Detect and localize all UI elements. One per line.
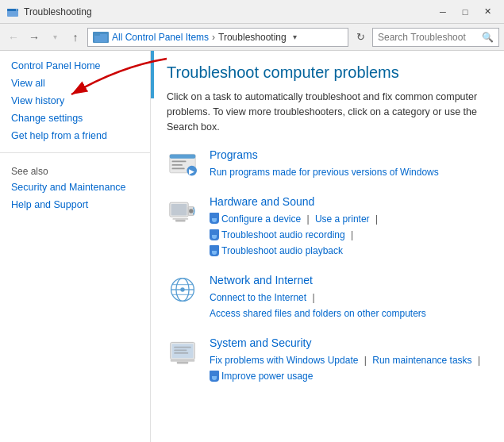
dropdown-button[interactable]: ▾ xyxy=(46,29,63,46)
hardware-title[interactable]: Hardware and Sound xyxy=(210,195,381,208)
programs-icon: ▶ xyxy=(167,148,198,180)
close-button[interactable]: ✕ xyxy=(477,4,498,20)
forward-button[interactable]: → xyxy=(25,29,43,46)
network-link-internet[interactable]: Connect to the Internet xyxy=(210,292,306,303)
hardware-info: Hardware and Sound Configure a device | … xyxy=(210,195,381,259)
sidebar-item-get-help[interactable]: Get help from a friend xyxy=(0,127,150,144)
window-icon xyxy=(6,6,19,18)
network-links: Connect to the Internet | Access shared … xyxy=(210,290,426,322)
svg-rect-7 xyxy=(172,161,187,163)
title-bar: Troubleshooting ─ □ ✕ xyxy=(0,0,504,24)
maximize-button[interactable]: □ xyxy=(455,4,475,20)
search-icon[interactable]: 🔍 xyxy=(482,32,494,43)
svg-rect-9 xyxy=(172,168,185,170)
svg-text:▶: ▶ xyxy=(189,167,194,175)
system-info: System and Security Fix problems with Wi… xyxy=(210,336,483,385)
hardware-icon xyxy=(167,195,198,227)
refresh-button[interactable]: ↻ xyxy=(352,29,369,46)
window-title: Troubleshooting xyxy=(24,6,428,17)
svg-point-15 xyxy=(189,209,193,213)
minimize-button[interactable]: ─ xyxy=(433,4,453,20)
hardware-links: Configure a device | Use a printer | Tro… xyxy=(210,211,381,259)
path-dropdown-arrow[interactable]: ▾ xyxy=(293,33,297,41)
hardware-link-printer[interactable]: Use a printer xyxy=(315,213,370,225)
svg-rect-4 xyxy=(94,33,100,36)
main-container: Control Panel Home View all View history… xyxy=(0,51,504,442)
address-bar: ← → ▾ ↑ All Control Panel Items › Troubl… xyxy=(0,24,504,51)
page-title: Troubleshoot computer problems xyxy=(167,63,488,82)
svg-rect-27 xyxy=(177,361,188,363)
shield-icon-3 xyxy=(210,245,219,256)
path-separator: › xyxy=(212,32,215,43)
programs-title[interactable]: Programs xyxy=(210,148,439,161)
hardware-link-audio-rec[interactable]: Troubleshoot audio recording xyxy=(221,229,345,240)
svg-rect-25 xyxy=(172,344,194,358)
svg-rect-29 xyxy=(174,349,187,351)
path-root[interactable]: All Control Panel Items xyxy=(112,32,209,43)
svg-rect-26 xyxy=(171,359,195,362)
address-path: All Control Panel Items › Troubleshootin… xyxy=(87,28,348,47)
separator-2: | xyxy=(351,229,353,240)
network-title[interactable]: Network and Internet xyxy=(210,274,426,286)
programs-link-1[interactable]: Run programs made for previous versions … xyxy=(210,167,439,178)
hardware-link-audio-play[interactable]: Troubleshoot audio playback xyxy=(221,245,343,256)
programs-info: Programs Run programs made for previous … xyxy=(210,148,439,180)
svg-rect-16 xyxy=(172,218,188,220)
shield-icon-2 xyxy=(210,229,219,240)
category-network: Network and Internet Connect to the Inte… xyxy=(167,274,488,322)
svg-point-2 xyxy=(16,9,17,10)
system-title[interactable]: System and Security xyxy=(210,336,483,349)
sidebar-item-help-support[interactable]: Help and Support xyxy=(0,196,150,213)
shield-icon-4 xyxy=(210,371,219,382)
separator-1: | xyxy=(306,213,309,225)
svg-rect-17 xyxy=(175,219,186,221)
sidebar-item-change-settings[interactable]: Change settings xyxy=(0,110,150,127)
see-also-label: See also xyxy=(0,161,150,179)
svg-rect-28 xyxy=(174,346,191,348)
back-button[interactable]: ← xyxy=(5,29,22,46)
category-hardware-sound: Hardware and Sound Configure a device | … xyxy=(167,195,488,259)
sidebar: Control Panel Home View all View history… xyxy=(0,51,151,442)
network-icon xyxy=(167,274,198,306)
separator-1b: | xyxy=(375,213,378,225)
page-description: Click on a task to automatically trouble… xyxy=(167,90,484,134)
sidebar-item-control-panel-home[interactable]: Control Panel Home xyxy=(0,57,150,75)
network-link-shared[interactable]: Access shared files and folders on other… xyxy=(210,308,426,319)
system-link-update[interactable]: Fix problems with Windows Update xyxy=(210,355,358,366)
content-area: Troubleshoot computer problems Click on … xyxy=(151,51,504,442)
svg-rect-13 xyxy=(171,204,187,215)
svg-rect-6 xyxy=(170,155,195,159)
system-link-maintenance[interactable]: Run maintenance tasks xyxy=(372,355,471,366)
sidebar-divider-1 xyxy=(0,152,150,153)
search-box: 🔍 xyxy=(372,28,499,47)
accent-bar xyxy=(151,51,154,98)
separator-3: | xyxy=(312,292,314,303)
svg-rect-30 xyxy=(174,352,188,354)
system-icon xyxy=(167,336,198,368)
sidebar-item-view-history[interactable]: View history xyxy=(0,92,150,110)
path-current: Troubleshooting xyxy=(218,32,287,43)
system-links: Fix problems with Windows Update | Run m… xyxy=(210,352,483,385)
category-programs: ▶ Programs Run programs made for previou… xyxy=(167,148,488,180)
sidebar-item-security-maintenance[interactable]: Security and Maintenance xyxy=(0,179,150,196)
search-input[interactable] xyxy=(378,32,482,43)
sidebar-item-view-all[interactable]: View all xyxy=(0,75,150,92)
network-info: Network and Internet Connect to the Inte… xyxy=(210,274,426,322)
category-system-security: System and Security Fix problems with Wi… xyxy=(167,336,488,385)
path-icon xyxy=(93,32,109,43)
svg-rect-8 xyxy=(172,164,183,166)
up-button[interactable]: ↑ xyxy=(67,29,84,46)
shield-icon-1 xyxy=(210,213,219,224)
separator-4: | xyxy=(364,355,367,366)
svg-point-23 xyxy=(180,287,184,291)
programs-links: Run programs made for previous versions … xyxy=(210,164,439,180)
separator-5: | xyxy=(478,355,480,366)
window-controls: ─ □ ✕ xyxy=(433,4,498,20)
hardware-link-configure[interactable]: Configure a device xyxy=(221,213,301,225)
system-link-power[interactable]: Improve power usage xyxy=(221,371,313,382)
